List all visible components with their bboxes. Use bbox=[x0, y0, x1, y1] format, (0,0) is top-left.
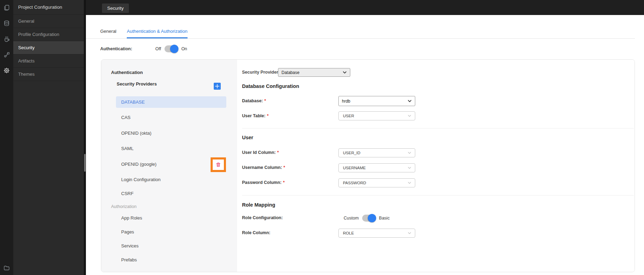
database-icon[interactable] bbox=[3, 20, 10, 27]
security-provider-select[interactable]: Database bbox=[278, 68, 350, 77]
sidebar-item-themes[interactable]: Themes bbox=[13, 68, 84, 81]
top-bar: Security bbox=[86, 0, 644, 15]
role-column-select[interactable]: ROLE bbox=[338, 229, 415, 238]
section-divider bbox=[242, 128, 634, 128]
main-content: General Authentication & Authorization A… bbox=[86, 15, 644, 275]
authorization-section-heading: Authorization bbox=[111, 204, 137, 209]
username-column-value: USERNAME bbox=[343, 166, 366, 170]
security-providers-heading: Security Providers bbox=[117, 81, 157, 87]
chevron-down-icon bbox=[343, 71, 347, 74]
chevron-down-icon bbox=[408, 115, 411, 117]
plus-icon bbox=[215, 84, 220, 89]
chevron-down-icon bbox=[408, 182, 411, 184]
required-marker: * bbox=[283, 180, 285, 185]
topbar-tab-security[interactable]: Security bbox=[102, 3, 129, 13]
user-section-heading: User bbox=[242, 135, 253, 140]
security-provider-label: Security Provider bbox=[242, 70, 278, 75]
tab-authentication-authorization[interactable]: Authentication & Authorization bbox=[127, 29, 187, 38]
provider-item-openid-google[interactable]: OPENID (google) bbox=[116, 158, 226, 170]
action-highlight-box bbox=[211, 157, 226, 172]
user-table-label: User Table:* bbox=[242, 113, 269, 118]
user-table-select[interactable]: USER bbox=[338, 111, 415, 120]
database-select[interactable]: hrdb bbox=[338, 96, 415, 106]
user-id-column-value: USER_ID bbox=[343, 151, 360, 155]
provider-form: Security Provider Database Database Conf… bbox=[237, 60, 635, 272]
providers-panel: Authentication Security Providers DATABA… bbox=[101, 60, 237, 272]
user-table-value: USER bbox=[343, 114, 354, 118]
chevron-down-icon bbox=[408, 167, 411, 169]
toggle-on-label: On bbox=[181, 46, 187, 51]
tab-general[interactable]: General bbox=[100, 29, 116, 38]
security-provider-value: Database bbox=[281, 70, 299, 75]
role-custom-label: Custom bbox=[344, 216, 359, 221]
api-flow-icon[interactable] bbox=[3, 51, 10, 58]
provider-item-openid-okta[interactable]: OPENID (okta) bbox=[116, 127, 226, 139]
trash-icon bbox=[215, 162, 221, 168]
sidebar-title: Project Configuration bbox=[13, 0, 84, 15]
provider-item-cas[interactable]: CAS bbox=[116, 112, 226, 123]
link-services[interactable]: Services bbox=[116, 240, 226, 252]
switch-knob-icon bbox=[368, 214, 376, 222]
password-column-label: Password Column:* bbox=[242, 180, 285, 185]
authentication-label: Authentication: bbox=[100, 46, 132, 51]
folder-icon[interactable] bbox=[3, 265, 10, 272]
username-column-label: Username Column:* bbox=[242, 165, 285, 170]
authentication-toggle-row: Authentication: Off On bbox=[100, 45, 187, 53]
project-configuration-sidebar: Project Configuration General Profile Co… bbox=[13, 0, 84, 275]
sidebar-item-security[interactable]: Security bbox=[13, 41, 84, 54]
user-id-column-select[interactable]: USER_ID bbox=[338, 148, 415, 157]
authentication-section-heading: Authentication bbox=[111, 70, 143, 75]
required-marker: * bbox=[264, 98, 266, 103]
username-column-select[interactable]: USERNAME bbox=[338, 163, 415, 172]
delete-provider-button[interactable] bbox=[215, 162, 221, 168]
required-marker: * bbox=[284, 165, 285, 170]
password-column-select[interactable]: PASSWORD bbox=[338, 178, 415, 187]
toggle-off-label: Off bbox=[155, 46, 161, 51]
required-marker: * bbox=[267, 113, 269, 118]
add-security-provider-button[interactable] bbox=[214, 83, 221, 90]
chevron-down-icon bbox=[408, 232, 411, 235]
icon-rail bbox=[0, 0, 13, 275]
role-configuration-switch[interactable] bbox=[362, 215, 375, 222]
java-service-icon[interactable] bbox=[3, 36, 10, 43]
link-app-roles[interactable]: App Roles bbox=[116, 212, 226, 224]
password-column-value: PASSWORD bbox=[343, 181, 366, 185]
role-configuration-toggle-row: Custom Basic bbox=[344, 214, 390, 222]
sidebar-item-artifacts[interactable]: Artifacts bbox=[13, 54, 84, 68]
database-label: Database:* bbox=[242, 98, 266, 103]
role-mapping-heading: Role Mapping bbox=[242, 202, 275, 208]
chevron-down-icon bbox=[408, 152, 411, 154]
link-pages[interactable]: Pages bbox=[116, 226, 226, 238]
sidebar-item-general[interactable]: General bbox=[13, 15, 84, 28]
sidebar-scrollbar-track bbox=[84, 0, 86, 275]
user-id-column-label: User Id Column:* bbox=[242, 150, 279, 155]
chevron-down-icon bbox=[408, 100, 412, 103]
section-divider bbox=[242, 195, 634, 195]
switch-knob-icon bbox=[170, 45, 178, 53]
provider-item-saml[interactable]: SAML bbox=[116, 143, 226, 154]
sidebar-item-profile-configuration[interactable]: Profile Configuration bbox=[13, 28, 84, 41]
link-csrf[interactable]: CSRF bbox=[116, 188, 226, 199]
pages-icon[interactable] bbox=[3, 4, 10, 11]
settings-gear-icon[interactable] bbox=[3, 67, 10, 74]
role-basic-label: Basic bbox=[379, 216, 390, 221]
role-configuration-label: Role Configuration: bbox=[242, 215, 283, 220]
role-column-label: Role Column: bbox=[242, 230, 270, 235]
link-login-configuration[interactable]: Login Configuration bbox=[116, 174, 226, 185]
tab-bar: General Authentication & Authorization bbox=[86, 15, 635, 39]
provider-item-database[interactable]: DATABASE bbox=[116, 96, 226, 108]
link-prefabs[interactable]: Prefabs bbox=[116, 254, 226, 266]
security-configuration-card: Authentication Security Providers DATABA… bbox=[101, 59, 635, 272]
role-column-value: ROLE bbox=[343, 231, 354, 235]
required-marker: * bbox=[277, 150, 279, 155]
app-window: Project Configuration General Profile Co… bbox=[0, 0, 644, 275]
sidebar-scrollbar-thumb[interactable] bbox=[84, 154, 86, 172]
database-value: hrdb bbox=[342, 99, 350, 104]
authentication-switch[interactable] bbox=[164, 45, 178, 52]
database-configuration-heading: Database Configuration bbox=[242, 83, 299, 89]
